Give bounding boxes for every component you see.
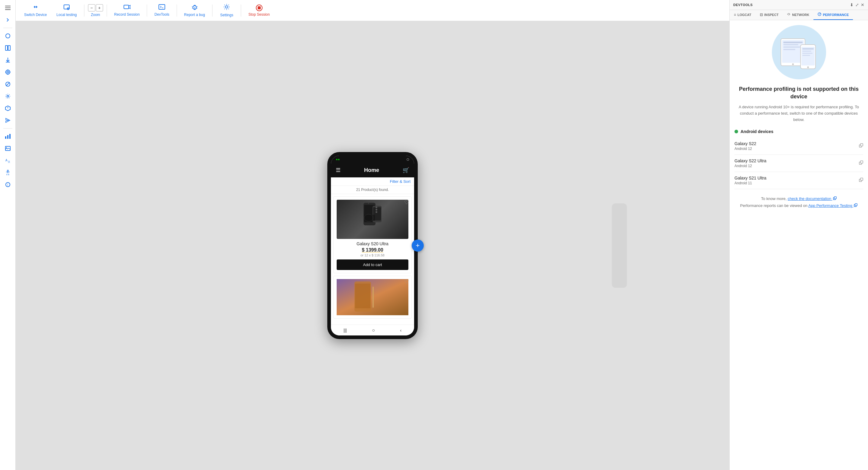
devtools-close-button[interactable]: ✕ [861,2,864,7]
tab-network[interactable]: NETWORK [783,10,813,20]
block-icon[interactable] [2,79,13,90]
bar-chart-icon[interactable] [2,131,13,142]
switch-device-button[interactable]: Switch Device [21,2,50,19]
wishlist-icon-2[interactable]: ♡ [404,278,409,285]
perf-title: Performance profiling is not supported o… [735,85,863,100]
settings-button[interactable]: Settings [216,2,237,19]
phone-content: Filter & Sort 21 Product(s) found. ♡ [331,177,414,325]
inspect-label: INSPECT [764,13,779,17]
device-galaxy-s21-ultra[interactable]: Galaxy S21 Ultra Android 11 [735,172,863,189]
svg-rect-74 [834,197,836,199]
local-testing-icon [63,4,70,11]
svg-rect-68 [802,51,811,52]
download-icon[interactable] [2,55,13,65]
zoom-control: − + Zoom [88,4,103,17]
svg-rect-61 [783,44,798,45]
svg-rect-73 [861,178,863,180]
stop-session-label: Stop Session [248,12,270,17]
device-name-s22-ultra: Galaxy S22 Ultra [735,158,767,163]
zoom-in-button[interactable]: + [96,4,103,11]
forward-icon[interactable] [2,14,13,25]
svg-point-7 [6,70,10,74]
devtools-content: Performance profiling is not supported o… [730,20,868,470]
target-icon[interactable] [2,67,13,78]
check-documentation-link[interactable]: check the documentation [788,196,837,201]
svg-rect-72 [861,161,863,163]
report-bug-button[interactable]: 0 Report a bug [181,2,209,19]
phone-signal: ●● [336,157,340,161]
galaxy-note20-image [337,279,408,315]
stop-session-button[interactable]: Stop Session [245,3,273,19]
cart-icon[interactable]: 🛒 [403,167,409,173]
tab-inspect[interactable]: ⊡ INSPECT [755,10,783,20]
inspect-icon: ⊡ [760,13,763,17]
devtools-title: DEVTOOLS [733,3,752,7]
devtools-icon [158,4,165,11]
performance-label: PERFORMANCE [823,13,849,17]
app-performance-testing-link[interactable]: App Performance Testing [808,203,858,208]
devtools-button[interactable]: DevTools [151,2,173,19]
svg-text:i: i [7,183,8,186]
recents-nav-icon[interactable]: ‹ [400,328,402,333]
android-section-label: Android devices [741,129,773,134]
svg-rect-6 [6,62,10,62]
device-info-s22-ultra: Galaxy S22 Ultra Android 12 [735,158,767,168]
perf-footer-text: To know more, check the documentation [735,196,863,201]
perf-app-testing-text: Performance reports can be viewed on App… [735,203,863,208]
app-bar-title: Home [364,167,379,173]
svg-point-56 [819,14,820,14]
performance-icon [818,12,821,17]
svg-text:A: A [5,159,7,162]
tab-logcat[interactable]: ≡ LOGCAT [730,10,755,20]
device-info-s22: Galaxy S22 Android 12 [735,141,756,151]
svg-point-59 [792,63,794,65]
toolbar-divider-2 [107,4,107,17]
toolbar-divider-4 [177,4,177,17]
wishlist-icon-1[interactable]: ♡ [404,199,409,206]
devices-illustration [772,25,826,79]
image-icon[interactable] [2,143,13,154]
svg-point-48 [375,211,377,213]
hamburger-menu-icon[interactable]: ☰ [336,167,341,173]
circle-icon[interactable] [2,30,13,41]
product-price-1: $ 1399.00 [337,247,408,253]
settings-gear-icon[interactable] [2,91,13,102]
menu-icon[interactable] [2,2,13,13]
sidebar-toggle-icon[interactable] [2,42,13,53]
svg-line-14 [6,82,10,86]
home-nav-icon[interactable]: ○ [372,328,375,333]
local-testing-button[interactable]: Local testing [53,2,80,19]
translate-icon[interactable]: A文 [2,155,13,166]
report-bug-label: Report a bug [184,13,205,17]
record-session-button[interactable]: Record Session [111,2,144,19]
tab-performance[interactable]: PERFORMANCE [813,10,853,20]
svg-rect-31 [159,4,165,9]
info-icon[interactable]: i [2,179,13,190]
record-session-icon [123,4,130,11]
devices-svg [778,34,820,70]
footer-prefix: To know more, [761,196,786,201]
perf-description: A device running Android 10+ is required… [735,104,863,123]
svg-rect-49 [364,215,375,221]
svg-text:文: 文 [8,160,10,163]
perf-footer: To know more, check the documentation Pe… [735,196,863,208]
device-galaxy-s22[interactable]: Galaxy S22 Android 12 [735,138,863,155]
toolbar-divider-5 [212,4,213,17]
svg-rect-20 [9,134,10,139]
devtools-download-button[interactable]: ⬇ [850,2,854,7]
tag-icon[interactable] [2,103,13,114]
send-icon[interactable] [2,115,13,126]
plus-fab-button[interactable]: + [412,239,424,252]
filter-sort-button[interactable]: Filter & Sort [390,179,410,184]
zoom-out-button[interactable]: − [88,4,95,11]
sidebar-divider-1 [3,28,12,28]
device-os-s21-ultra: Android 11 [735,181,767,185]
device-galaxy-s22-ultra[interactable]: Galaxy S22 Ultra Android 12 [735,155,863,172]
toolbar: Switch Device Local testing − + Zoom Rec… [16,0,730,21]
accessibility-icon[interactable] [2,167,13,178]
back-nav-icon[interactable]: ||| [344,328,347,333]
svg-rect-54 [373,287,374,308]
report-bug-icon: 0 [191,4,198,11]
devtools-expand-button[interactable]: ⤢ [855,2,859,7]
add-to-cart-button-1[interactable]: Add to cart [337,259,408,270]
